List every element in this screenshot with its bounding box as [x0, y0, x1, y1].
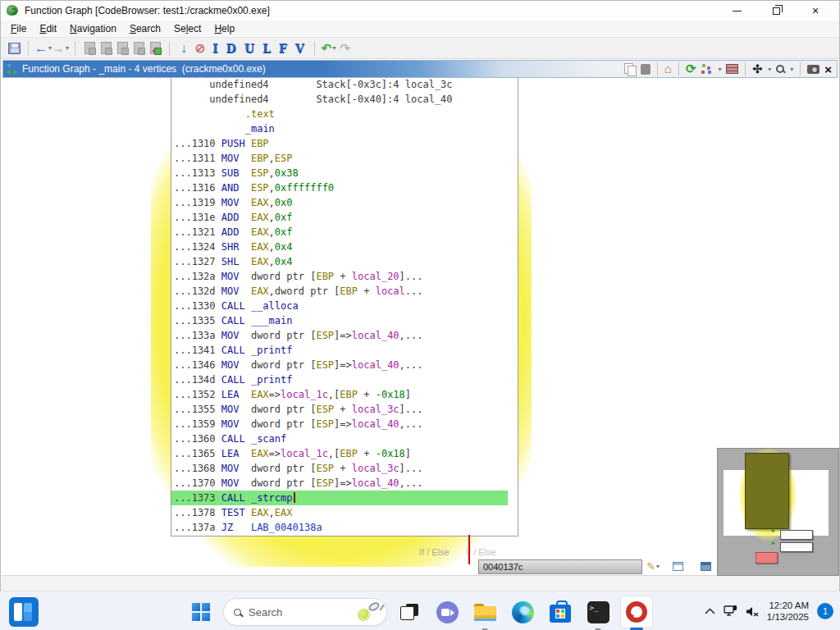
layout-dropdown-caret[interactable]: ▾ — [718, 66, 721, 73]
graph-canvas[interactable]: undefined4 Stack[-0x3c]:4 local_3c undef… — [2, 78, 838, 575]
minimize-button[interactable] — [729, 3, 744, 18]
forward-dropdown-caret[interactable]: ▾ — [66, 44, 69, 52]
program-button-2[interactable] — [98, 39, 114, 57]
magnifier-icon[interactable] — [776, 65, 784, 73]
markup-letter-l-button[interactable]: L — [258, 42, 275, 55]
taskbar-edge-button[interactable] — [507, 596, 538, 628]
program-button-4[interactable] — [130, 39, 147, 57]
listing-line[interactable]: ...1324 SHR EAX,0x4 — [171, 240, 518, 254]
taskbar-store-button[interactable] — [545, 596, 576, 628]
listing-line[interactable]: ...1313 SUB ESP,0x38 — [171, 166, 518, 180]
snapshot-icon[interactable] — [807, 65, 819, 74]
address-input[interactable]: 0040137c — [478, 559, 642, 574]
satellite-view[interactable]: ▸ ▸ — [717, 448, 839, 576]
function-graph-panel-header[interactable]: Function Graph - _main - 4 vertices (cra… — [2, 60, 838, 78]
relayout-graph-icon[interactable] — [701, 63, 712, 75]
copy-icon[interactable] — [624, 63, 636, 75]
markup-letter-d-button[interactable]: D — [222, 42, 240, 55]
restore-button[interactable] — [769, 3, 783, 18]
satellite-vertex-main[interactable] — [745, 453, 789, 529]
listing-line[interactable]: _main — [171, 121, 518, 136]
paste-icon[interactable] — [641, 64, 651, 75]
markup-letter-f-button[interactable]: F — [275, 42, 291, 55]
listing-line[interactable]: ...1370 MOV dword ptr [ESP]=>local_40,..… — [171, 476, 518, 491]
tray-clock[interactable]: 12:20 AM 1/13/2025 — [767, 600, 809, 623]
listing-line[interactable]: ...1360 CALL _scanf — [171, 431, 518, 446]
listing-line[interactable]: ...1355 MOV dword ptr [ESP + local_3c]..… — [171, 402, 518, 417]
listing-line[interactable]: ...1352 LEA EAX=>local_1c,[EBP + -0x18] — [171, 387, 518, 402]
listing-line[interactable]: .text — [171, 107, 518, 121]
markup-letter-v-button[interactable]: V — [291, 42, 308, 55]
taskbar-terminal-button[interactable]: >_ — [582, 596, 614, 628]
listing-line[interactable]: ...1378 TEST EAX,EAX — [171, 505, 518, 520]
graph-vertex-main[interactable]: undefined4 Stack[-0x3c]:4 local_3c undef… — [171, 78, 518, 536]
navigation-mode-icon[interactable]: ✣ — [752, 62, 762, 75]
listing-line[interactable]: undefined4 Stack[-0x3c]:4 local_3c — [171, 78, 518, 92]
menu-edit[interactable]: Edit — [33, 21, 63, 36]
block-display-icon[interactable] — [726, 64, 738, 74]
taskbar-file-explorer-button[interactable] — [469, 596, 500, 628]
network-icon[interactable] — [724, 605, 737, 618]
menu-file[interactable]: File — [4, 21, 33, 36]
listing-line[interactable]: ...1321 ADD EAX,0xf — [171, 225, 518, 240]
redo-button[interactable]: ↷ — [337, 39, 354, 57]
window-filled-button[interactable] — [701, 559, 711, 573]
save-button[interactable] — [6, 39, 22, 57]
notification-badge[interactable]: 1 — [817, 603, 833, 619]
taskbar-start-button[interactable] — [185, 596, 217, 628]
taskbar-widgets-button[interactable] — [8, 596, 39, 628]
magnifier-dropdown-caret[interactable]: ▾ — [790, 66, 793, 73]
edit-label-button[interactable]: ✎▾ — [646, 559, 660, 573]
listing-line[interactable]: ...1319 MOV EAX,0x0 — [171, 195, 518, 210]
listing-line[interactable]: ...1341 CALL _printf — [171, 343, 518, 358]
program-button-1[interactable] — [81, 39, 98, 57]
undo-button[interactable]: ↶▾ — [321, 39, 337, 57]
listing-line[interactable]: ...1346 MOV dword ptr [ESP]=>local_40,..… — [171, 358, 518, 372]
listing-line[interactable]: ...1311 MOV EBP,ESP — [171, 151, 518, 166]
program-button-3[interactable] — [114, 39, 130, 57]
listing-line[interactable]: undefined4 Stack[-0x40]:4 local_40 — [171, 92, 518, 107]
edit-dropdown-caret[interactable]: ▾ — [656, 563, 660, 570]
back-button[interactable]: ←▾ — [34, 39, 52, 57]
navigation-dropdown-caret[interactable]: ▾ — [768, 66, 771, 73]
markup-letter-i-button[interactable]: I — [208, 42, 222, 55]
markup-letter-u-button[interactable]: U — [240, 42, 258, 55]
menu-select[interactable]: Select — [167, 21, 208, 36]
forward-button[interactable]: →▾ — [52, 39, 69, 57]
listing-line[interactable]: ...137a JZ LAB_0040138a — [171, 520, 518, 535]
undo-dropdown-caret[interactable]: ▾ — [332, 44, 336, 52]
program-bookmark-button[interactable] — [147, 39, 163, 57]
listing-line[interactable]: ...1310 PUSH EBP — [171, 136, 518, 151]
listing-line[interactable]: ...1327 SHL EAX,0x4 — [171, 254, 518, 269]
taskbar-search-box[interactable]: Search — [223, 598, 387, 626]
menu-help[interactable]: Help — [208, 21, 241, 36]
menu-search[interactable]: Search — [123, 21, 167, 36]
satellite-vertex-exit[interactable] — [756, 552, 778, 564]
satellite-vertex-if[interactable] — [780, 530, 813, 540]
hidden-icons-chevron[interactable] — [705, 608, 715, 614]
listing-line[interactable]: ...133a MOV dword ptr [ESP]=>local_40,..… — [171, 328, 518, 343]
listing-line[interactable]: ...1316 AND ESP,0xfffffff0 — [171, 180, 518, 195]
taskbar-chat-button[interactable] — [431, 596, 463, 628]
refresh-icon[interactable]: ⟳ — [686, 63, 696, 75]
clear-button[interactable]: ⊘ — [192, 39, 208, 57]
listing-line[interactable]: ...1335 CALL ___main — [171, 313, 518, 328]
satellite-vertex-else[interactable] — [780, 542, 813, 552]
listing-line[interactable]: ...134d CALL _printf — [171, 372, 518, 387]
listing-line-current[interactable]: ...1373 CALL _strcmp — [171, 491, 508, 505]
window-outline-button[interactable] — [673, 559, 683, 573]
taskbar-desktops-button[interactable] — [394, 596, 425, 628]
close-button[interactable]: × — [808, 3, 823, 18]
listing-line[interactable]: ...1359 MOV dword ptr [ESP]=>local_40,..… — [171, 417, 518, 431]
menu-navigation[interactable]: Navigation — [63, 21, 123, 36]
panel-close-icon[interactable]: × — [824, 62, 832, 76]
home-icon[interactable]: ⌂ — [664, 63, 672, 75]
listing-line[interactable]: ...132a MOV dword ptr [EBP + local_20]..… — [171, 269, 518, 284]
volume-muted-icon[interactable] — [746, 606, 759, 617]
listing-line[interactable]: ...131e ADD EAX,0xf — [171, 210, 518, 225]
listing-line[interactable]: ...1330 CALL __alloca — [171, 299, 518, 313]
taskbar-ghidra-button[interactable] — [620, 596, 653, 628]
go-down-button[interactable]: ↓ — [176, 39, 192, 57]
listing-line[interactable]: ...1365 LEA EAX=>local_1c,[EBP + -0x18] — [171, 446, 518, 461]
listing-line[interactable]: ...132d MOV EAX,dword ptr [EBP + local..… — [171, 284, 518, 299]
